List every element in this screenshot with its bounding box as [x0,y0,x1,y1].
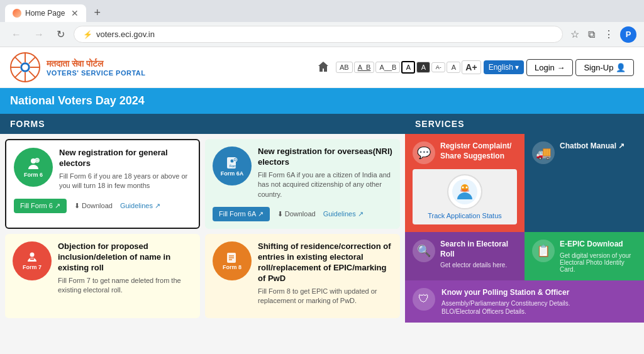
register-complaint-card[interactable]: 💬 Register Complaint/ Share Suggestion [405,134,525,232]
form-6-guidelines-link[interactable]: Guidelines ↗ [120,202,160,210]
e-epic-content: E-EPIC Download Get digital version of y… [560,240,636,273]
form-card-6a: Form 6A Form 6A New registration for ove… [205,139,400,229]
forms-section: FORMS Form 6 [0,114,405,323]
e-epic-title: E-EPIC Download [560,240,636,250]
form-6a-guidelines-link[interactable]: Guidelines ↗ [323,210,364,218]
form-card-8-inner: Form 8 Shifting of residence/correction … [213,241,392,311]
tab-title: Home Page [25,9,65,18]
form-6-desc: Fill Form 6 if you are 18 years or above… [59,172,191,191]
register-complaint-icon: 💬 [413,141,435,164]
form-7-icon: Form 7 [13,241,52,280]
language-dropdown[interactable]: English ▾ [484,60,524,74]
new-tab-button[interactable]: + [89,4,106,22]
chatbot-area: Track Application Status [413,169,517,224]
text-normal-button[interactable]: A [447,62,460,73]
chatbot-manual-link[interactable]: Track Application Status [428,212,502,219]
fill-form-6-button[interactable]: Fill Form 6 ↗ [14,199,67,213]
forward-button[interactable]: → [30,28,48,41]
form-8-title: Shifting of residence/correction of entr… [258,241,392,284]
e-epic-card[interactable]: 📋 E-EPIC Download Get digital version of… [525,232,644,280]
tab-bar: Home Page ✕ + [0,0,644,22]
form-6-actions: Fill Form 6 ↗ ⬇ Download Guidelines ↗ [14,199,191,213]
search-electoral-content: Search in Electoral Roll Get elector det… [440,240,517,268]
form-6-title: New registration for general electors [59,148,191,169]
text-size-controls: AB A_B A__B A A A- A A+ [336,60,481,74]
download-icon: ⬇ [74,202,80,210]
form-6-download-link[interactable]: ⬇ Download [74,202,113,210]
active-tab[interactable]: Home Page ✕ [5,4,86,22]
text-ab-underline-button[interactable]: A_B [354,62,375,73]
text-ab-strikethrough-button[interactable]: A__B [375,62,400,73]
site-header: मतदाता सेवा पोर्टल VOTERS' SERVICE PORTA… [0,47,644,88]
address-bar[interactable]: ⚡ voters.eci.gov.in [74,26,563,43]
know-polling-card[interactable]: 🛡 Know your Polling Station & Officer As… [405,280,644,323]
register-complaint-inner: 💬 Register Complaint/ Share Suggestion [413,141,517,164]
login-label: Login → [535,63,565,72]
form-7-label: Form 7 [23,264,42,270]
menu-button[interactable]: ⋮ [601,26,616,43]
dropdown-arrow: ▾ [515,63,519,72]
home-icon [317,60,330,73]
form-6a-guidelines-label: Guidelines ↗ [323,210,364,218]
form-card-6a-inner: Form 6A Form 6A New registration for ove… [213,147,392,204]
form-7-title: Objection for proposed inclusion/deletio… [58,241,192,274]
svg-point-30 [466,187,468,189]
text-contrast-dark-button[interactable]: A [416,62,430,73]
form-8-icon: Form 8 [213,241,252,280]
bookmark-button[interactable]: ☆ [568,26,582,43]
e-epic-icon: 📋 [532,240,555,262]
extensions-button[interactable]: ⧉ [586,26,597,43]
form-6-person-icon [26,157,41,172]
form-6a-icon: Form 6A Form 6A [213,147,252,185]
logo-text: मतदाता सेवा पोर्टल VOTERS' SERVICE PORTA… [47,58,145,77]
home-icon-button[interactable] [313,58,333,77]
form-6-guidelines-label: Guidelines ↗ [120,202,160,210]
know-polling-icon: 🛡 [413,288,435,311]
fill-form-6a-button[interactable]: Fill Form 6A ↗ [213,207,270,221]
search-electoral-desc: Get elector details here. [440,262,517,268]
text-ab-button[interactable]: AB [336,62,353,73]
reload-button[interactable]: ↻ [53,27,69,41]
main-content: FORMS Form 6 [0,114,644,323]
browser-controls: ← → ↻ ⚡ voters.eci.gov.in ☆ ⧉ ⋮ P [0,22,644,47]
form-6-icon: Form 6 [14,148,53,187]
tab-close-button[interactable]: ✕ [71,8,79,18]
browser-chrome: Home Page ✕ + ← → ↻ ⚡ voters.eci.gov.in … [0,0,644,47]
form-8-content: Shifting of residence/correction of entr… [258,241,392,311]
track-application-title: Chatbot Manual ↗ [560,141,625,152]
text-contrast-button[interactable]: A [401,61,415,74]
svg-text:Form 6A: Form 6A [230,164,240,168]
text-increase-button[interactable]: A+ [462,60,480,74]
svg-point-29 [462,187,464,189]
know-polling-desc1: Assembly/Parliamentary Constituency Deta… [441,300,570,307]
tab-favicon [13,9,21,18]
form-card-7-inner: Form 7 Objection for proposed inclusion/… [13,241,192,300]
signup-button[interactable]: Sign-Up 👤 [575,59,634,76]
form-6a-download-label: Download [285,210,316,218]
forms-section-header: FORMS [0,114,405,134]
signup-label: Sign-Up 👤 [584,63,626,72]
track-application-card[interactable]: 🚚 Chatbot Manual ↗ [525,134,644,232]
chatbot-circle [447,174,482,209]
svg-point-21 [30,252,35,257]
form-6-download-label: Download [82,202,113,209]
services-section: SERVICES 💬 Register Complaint/ Share Sug… [405,114,644,323]
back-button[interactable]: ← [8,28,25,41]
login-button[interactable]: Login → [526,59,573,76]
logo-english: VOTERS' SERVICE PORTAL [47,69,145,77]
svg-line-9 [15,71,22,78]
url-display: voters.eci.gov.in [96,30,155,39]
language-label: English [489,63,513,72]
svg-point-10 [22,64,28,70]
profile-avatar[interactable]: P [620,26,636,43]
forms-grid: Form 6 New registration for general elec… [0,134,405,323]
search-electoral-title: Search in Electoral Roll [440,240,517,259]
register-complaint-content: Register Complaint/ Share Suggestion [440,141,517,161]
search-electoral-card[interactable]: 🔍 Search in Electoral Roll Get elector d… [405,232,525,280]
form-6a-download-link[interactable]: ⬇ Download [277,210,316,218]
header-right-tools: AB A_B A__B A A A- A A+ English ▾ Login … [313,58,634,77]
logo-area: मतदाता सेवा पोर्टल VOTERS' SERVICE PORTA… [10,52,145,82]
text-decrease-button[interactable]: A- [431,62,445,72]
form-6-content: New registration for general electors Fi… [59,148,191,196]
form-6a-icon-svg: Form 6A [225,155,240,170]
